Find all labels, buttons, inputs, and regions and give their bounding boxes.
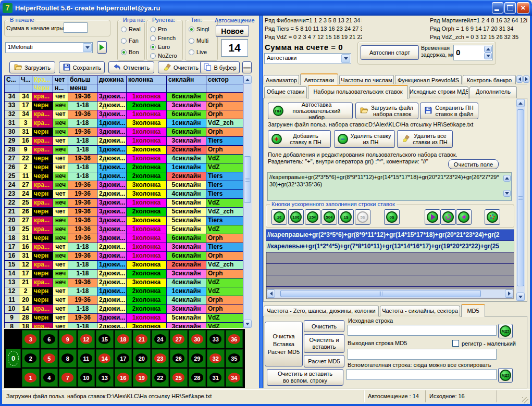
board-cell-23[interactable]: 23	[152, 349, 169, 367]
board-cell-15[interactable]: 15	[96, 330, 114, 348]
board-cell-28[interactable]: 28	[189, 369, 206, 387]
board-cell-24[interactable]: 24	[152, 330, 169, 348]
table-row[interactable]: 3234кра...чет19-363дюжи...1колонка6сикла…	[5, 110, 243, 119]
add-bet-button[interactable]: + Добавить ставку в ПН	[268, 130, 331, 148]
table-row[interactable]: 2126чернчет19-363дюжи...2колонка5сиклайн…	[5, 208, 243, 217]
board-cell-14[interactable]: 14	[96, 349, 114, 367]
tab-автоставки[interactable]: Автоставки	[300, 73, 338, 85]
board-cell-16[interactable]: 16	[115, 369, 132, 387]
board-cell-12[interactable]: 12	[78, 330, 95, 348]
spinner-up-button[interactable]	[484, 46, 492, 53]
table-row[interactable]: 2916кра...чет1-182дюжи...1колонка3сиклай…	[5, 137, 243, 146]
table-row[interactable]: 818кра...чет1-182дюжи...3колонка3сиклайн…	[5, 323, 243, 328]
edit-scroll-up-button[interactable]	[503, 175, 511, 182]
tab-исходные-строки-мд5[interactable]: Исходные строки МД5	[409, 86, 468, 98]
table-row[interactable]: 1321кра...неч19-362дюжи...3колонка4сикла…	[5, 278, 243, 287]
scroll-up-button[interactable]	[243, 75, 252, 84]
bet-list-empty-row[interactable]	[266, 252, 514, 264]
autobet-pn-button[interactable]: ПН Автоставка пользовательский набор	[268, 103, 353, 119]
list-h-scrollbar[interactable]	[267, 289, 513, 298]
autobets-combo-dropdown[interactable]	[341, 54, 350, 63]
bet-list-empty-row[interactable]	[266, 275, 514, 287]
board-cell-35[interactable]: 35	[226, 349, 243, 367]
md5-big-button[interactable]: Очистка Вставка Расчет MD5	[265, 322, 303, 366]
minimize-button[interactable]	[492, 2, 503, 14]
autoshift-new-button[interactable]: Новое	[216, 25, 249, 37]
scroll-down-button[interactable]	[516, 293, 525, 301]
md5-calc-button[interactable]: Расчет MD5	[304, 355, 344, 367]
tab-наборы-пользовательских-ставок[interactable]: Наборы пользовательских ставок	[308, 85, 408, 99]
bet-list-item[interactable]: //карелевые+gr(1*2*4*5)+gr(7*8*10*11)+gr…	[266, 241, 514, 252]
md5-output-input[interactable]	[348, 349, 497, 360]
table-scrollbar[interactable]	[243, 75, 252, 328]
board-cell-8[interactable]: 8	[59, 349, 77, 367]
toolbar-open-folder-button[interactable]: Загрузить	[9, 61, 55, 73]
md5-clear-paste-button[interactable]: Очистить и вставить	[304, 334, 344, 353]
board-cell-2[interactable]: 2	[22, 349, 40, 367]
table-row[interactable]: 1120чернчет19-362дюжи...2колонка4сиклайн…	[5, 296, 243, 305]
tab-функционал-psevdoms[interactable]: Функционал PsevdoMS	[395, 75, 462, 84]
board-cell-9[interactable]: 9	[59, 330, 77, 348]
board-cell-18[interactable]: 18	[115, 330, 132, 348]
table-row[interactable]: 2225кра...неч19-363дюжи...1колонка5сикла…	[5, 199, 243, 208]
start-sum-input[interactable]	[64, 22, 88, 33]
table-row[interactable]: 2427кра...неч19-363дюжи...3колонка5сикла…	[5, 181, 243, 190]
spinner-down-button[interactable]	[484, 53, 492, 59]
board-cell-33[interactable]: 33	[207, 330, 225, 348]
board-cell-3[interactable]: 3	[22, 330, 40, 348]
board-cell-1[interactable]: 1	[22, 369, 40, 387]
toolbar-undo-button[interactable]: Отменить	[108, 61, 154, 73]
scroll-right-button[interactable]	[505, 289, 513, 298]
table-row[interactable]: 2511черннеч1-181дюжи...2колонка2сиклайнT…	[5, 172, 243, 181]
play-button[interactable]	[425, 209, 440, 225]
strategy-combo-dropdown[interactable]	[83, 43, 92, 52]
coin-button-25cent[interactable]: 25¢	[305, 209, 320, 225]
table-row[interactable]: 2027кра...неч19-363дюжи...3колонка5сикла…	[5, 217, 243, 225]
radio-singl[interactable]: Singl	[189, 26, 209, 32]
table-row[interactable]: 2324чернчет19-362дюжи...3колонка4сиклайн…	[5, 190, 243, 199]
edit-scroll-down-button[interactable]	[503, 190, 511, 197]
autospin-start-button[interactable]: Автоспин старт	[361, 45, 419, 60]
table-row[interactable]: 122чернчет1-181дюжи...2колонка1сиклайнVd…	[5, 287, 243, 296]
toolbar-floppy-button[interactable]: Сохранить	[59, 61, 105, 73]
coin-button-1usd[interactable]: 1$	[338, 209, 354, 225]
board-cell-11[interactable]: 11	[78, 349, 95, 367]
board-cell-36[interactable]: 36	[226, 330, 243, 348]
save-pn-button[interactable]: Сохранить ПН ставок в файл	[420, 103, 478, 119]
tab-анализатор[interactable]: Анализатор	[264, 75, 299, 84]
table-row[interactable]: 1925кра...неч19-363дюжи...1колонка5сикла…	[5, 225, 243, 234]
tab-частоты-по-числам[interactable]: Частоты по числам	[339, 75, 394, 84]
radio-real[interactable]: Real	[121, 26, 141, 32]
run-strategy-button[interactable]	[97, 41, 107, 54]
board-zero-cell[interactable]: 0	[6, 349, 21, 368]
radio-french[interactable]: French	[150, 35, 176, 41]
radio-nozero[interactable]: NoZero	[150, 53, 177, 59]
refresh-button[interactable]	[440, 209, 456, 225]
table-row[interactable]: 3434кра...чет19-363дюжи...1колонка6сикла…	[5, 93, 243, 102]
clear-field-button[interactable]: Очистить поле	[448, 159, 499, 169]
scrollbar-thumb[interactable]	[280, 290, 481, 297]
scroll-up-button[interactable]	[516, 99, 525, 107]
table-row[interactable]: 1631черннеч19-363дюжи...1колонка6сиклайн…	[5, 252, 243, 261]
board-cell-10[interactable]: 10	[78, 369, 95, 387]
table-row[interactable]: 1512кра...чет1-181дюжи...3колонка2сиклай…	[5, 261, 243, 270]
strategy-combo[interactable]: 1Melonati	[5, 42, 93, 53]
load-bets-file-button[interactable]: Загрузить файл набора ставок	[355, 103, 418, 119]
bet-list-item[interactable]: //кареправые+gr(2*3*5*6)+gr(8*9*11*12)+g…	[266, 230, 514, 241]
scroll-down-button[interactable]	[243, 320, 252, 328]
scrollbar-thumb[interactable]	[244, 156, 251, 203]
toolbar-copy-button[interactable]: В буфер	[200, 61, 240, 73]
autobets-combo[interactable]: Автоставки	[264, 53, 351, 64]
radio-multi[interactable]: Multi	[189, 37, 208, 44]
tab-общие-ставки[interactable]: Общие ставки	[264, 86, 307, 98]
coin-button-10eur[interactable]: 10€	[288, 209, 304, 225]
tabs-scroll-left-button[interactable]	[516, 75, 523, 83]
table-row[interactable]: 928чернчет19-363дюжи...1колонка5сиклайнV…	[5, 314, 243, 323]
md5-aux-input[interactable]	[347, 369, 497, 380]
radio-live[interactable]: Live	[189, 49, 207, 55]
tabs-scroll-right-button[interactable]	[523, 75, 529, 83]
board-cell-25[interactable]: 25	[170, 369, 188, 387]
remove-bet-button[interactable]: − Удалить ставку из ПН	[334, 130, 395, 148]
board-cell-13[interactable]: 13	[96, 369, 114, 387]
scroll-left-button[interactable]	[267, 289, 275, 298]
